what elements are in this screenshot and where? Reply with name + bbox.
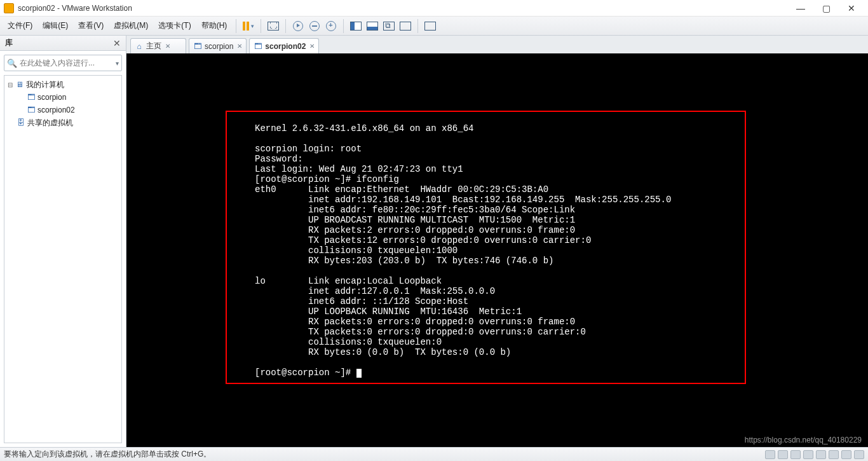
tree-node-scorpion[interactable]: 🗔 scorpion bbox=[6, 91, 120, 104]
maximize-button[interactable]: ▢ bbox=[813, 0, 839, 17]
tree-node-scorpion02[interactable]: 🗔 scorpion02 bbox=[6, 104, 120, 116]
vm-icon: 🗔 bbox=[26, 93, 36, 102]
toolbar-separator bbox=[343, 19, 344, 33]
close-button[interactable]: ✕ bbox=[839, 0, 864, 17]
home-icon: ⌂ bbox=[135, 42, 144, 51]
sidebar-search[interactable]: 🔍 ▾ bbox=[4, 55, 122, 71]
snapshot-play-button[interactable] bbox=[290, 18, 306, 34]
console-output[interactable]: Kernel 2.6.32-431.el6.x86_64 on an x86_6… bbox=[126, 53, 868, 447]
toolbar-separator bbox=[285, 19, 286, 33]
tab-close-icon[interactable]: ✕ bbox=[237, 43, 242, 50]
library-tree[interactable]: ⊟🖥 我的计算机 🗔 scorpion 🗔 scorpion02 🗄 共享的虚拟… bbox=[4, 75, 122, 443]
pause-button[interactable]: ▾ bbox=[240, 18, 257, 34]
menu-file[interactable]: 文件(F) bbox=[3, 18, 37, 34]
menu-vm[interactable]: 虚拟机(M) bbox=[109, 18, 153, 34]
status-device-icon[interactable] bbox=[816, 450, 826, 459]
status-device-icon[interactable] bbox=[765, 450, 775, 459]
menu-toolbar: 文件(F) 编辑(E) 查看(V) 虚拟机(M) 选项卡(T) 帮助(H) ▾ bbox=[0, 17, 868, 36]
tree-node-shared[interactable]: 🗄 共享的虚拟机 bbox=[6, 116, 120, 129]
toolbar-separator bbox=[261, 19, 261, 33]
layout-unity-button[interactable] bbox=[397, 18, 414, 34]
tree-label: 我的计算机 bbox=[25, 79, 64, 90]
tab-label: scorpion bbox=[205, 42, 233, 51]
toolbar-separator bbox=[417, 19, 418, 33]
window-title: scorpion02 - VMware Workstation bbox=[18, 4, 132, 13]
vm-console[interactable]: Kernel 2.6.32-431.el6.x86_64 on an x86_6… bbox=[126, 53, 868, 447]
status-device-icon[interactable] bbox=[778, 450, 788, 459]
sidebar-header: 库 ✕ bbox=[0, 36, 126, 51]
status-device-icon[interactable] bbox=[790, 450, 801, 459]
layout-bottom-button[interactable] bbox=[364, 18, 381, 34]
menu-tabs[interactable]: 选项卡(T) bbox=[153, 18, 196, 34]
tree-label: scorpion bbox=[36, 93, 66, 102]
search-icon: 🔍 bbox=[7, 58, 17, 68]
minimize-button[interactable]: — bbox=[788, 0, 813, 17]
search-input[interactable] bbox=[20, 58, 116, 67]
tab-home[interactable]: ⌂ 主页 ✕ bbox=[130, 38, 186, 53]
tab-label: scorpion02 bbox=[265, 42, 306, 51]
shared-icon: 🗄 bbox=[16, 118, 26, 127]
fullscreen-button[interactable] bbox=[422, 18, 438, 34]
tab-scorpion[interactable]: 🗔 scorpion ✕ bbox=[189, 38, 247, 53]
toolbar-separator bbox=[236, 19, 236, 33]
watermark: https://blog.csdn.net/qq_40180229 bbox=[745, 436, 862, 444]
app-icon bbox=[4, 3, 14, 13]
vm-icon: 🗔 bbox=[254, 42, 262, 51]
status-icons bbox=[765, 450, 864, 459]
layout-left-button[interactable] bbox=[348, 18, 364, 34]
menu-edit[interactable]: 编辑(E) bbox=[37, 18, 73, 34]
tab-close-icon[interactable]: ✕ bbox=[165, 43, 170, 50]
content-area: ⌂ 主页 ✕ 🗔 scorpion ✕ 🗔 scorpion02 ✕ Kerne… bbox=[126, 36, 868, 447]
window-titlebar: scorpion02 - VMware Workstation — ▢ ✕ bbox=[0, 0, 868, 17]
menu-view[interactable]: 查看(V) bbox=[73, 18, 109, 34]
sidebar-title: 库 bbox=[5, 38, 113, 48]
library-sidebar: 库 ✕ 🔍 ▾ ⊟🖥 我的计算机 🗔 scorpion 🗔 scorpion02… bbox=[0, 36, 126, 447]
tab-scorpion02[interactable]: 🗔 scorpion02 ✕ bbox=[249, 38, 319, 53]
status-device-icon[interactable] bbox=[841, 450, 851, 459]
tab-bar: ⌂ 主页 ✕ 🗔 scorpion ✕ 🗔 scorpion02 ✕ bbox=[126, 36, 868, 53]
snapshot-minus-button[interactable] bbox=[306, 18, 323, 34]
tree-label: scorpion02 bbox=[36, 106, 75, 114]
tab-label: 主页 bbox=[146, 41, 161, 52]
main-area: 库 ✕ 🔍 ▾ ⊟🖥 我的计算机 🗔 scorpion 🗔 scorpion02… bbox=[0, 36, 868, 447]
screens-button[interactable] bbox=[265, 18, 281, 34]
tree-label: 共享的虚拟机 bbox=[26, 118, 73, 128]
layout-detach-button[interactable] bbox=[381, 18, 397, 34]
snapshot-plus-button[interactable] bbox=[323, 18, 339, 34]
vm-icon: 🗔 bbox=[193, 42, 202, 51]
menu-help[interactable]: 帮助(H) bbox=[196, 18, 233, 34]
sidebar-close-icon[interactable]: ✕ bbox=[113, 38, 121, 48]
vm-icon: 🗔 bbox=[26, 106, 36, 114]
status-device-icon[interactable] bbox=[829, 450, 839, 459]
status-device-icon[interactable] bbox=[854, 450, 864, 459]
computer-icon: 🖥 bbox=[15, 80, 25, 89]
tree-node-my-computer[interactable]: ⊟🖥 我的计算机 bbox=[6, 78, 120, 91]
search-dropdown-icon[interactable]: ▾ bbox=[116, 60, 119, 67]
status-bar: 要将输入定向到该虚拟机，请在虚拟机内部单击或按 Ctrl+G。 bbox=[0, 447, 868, 461]
status-device-icon[interactable] bbox=[803, 450, 813, 459]
tab-close-icon[interactable]: ✕ bbox=[309, 43, 315, 50]
status-message: 要将输入定向到该虚拟机，请在虚拟机内部单击或按 Ctrl+G。 bbox=[4, 449, 765, 460]
